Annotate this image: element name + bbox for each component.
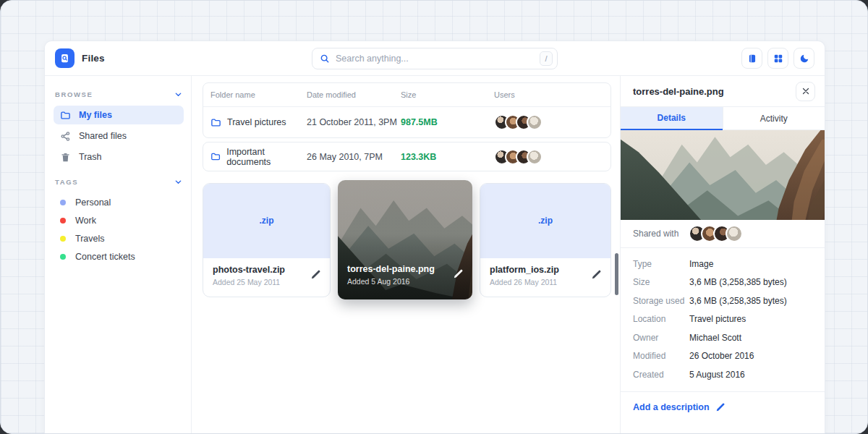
table-row-important-documents[interactable]: Important documents 26 May 2010, 7PM 123…: [203, 142, 610, 171]
tag-item-work[interactable]: Work: [54, 211, 184, 229]
grid-view-button[interactable]: [767, 48, 788, 69]
file-card-platform-ios-zip[interactable]: .zip platform_ios.zip Added 26 May 2011: [480, 183, 611, 297]
edit-file-button[interactable]: [453, 268, 464, 279]
app-logo-icon: [55, 48, 75, 68]
edit-file-button[interactable]: [310, 269, 321, 280]
folder-name: Important documents: [226, 147, 307, 167]
property-type: Type Image: [633, 255, 812, 273]
sidebar: Browse My files Shared files: [45, 76, 192, 434]
panel-file-title: torres-del-paine.png: [633, 86, 724, 97]
file-name: platform_ios.zip: [490, 265, 559, 275]
sidebar-item-my-files[interactable]: My files: [54, 106, 184, 124]
pencil-icon: [453, 268, 464, 279]
property-created: Created 5 August 2016: [633, 365, 812, 384]
file-added-date: Added 5 Aug 2016: [347, 277, 435, 286]
search-shortcut-badge: /: [540, 51, 553, 66]
file-cards-row: .zip photos-travel.zip Added 25 May 2011: [203, 180, 611, 299]
tag-label: Travels: [75, 234, 105, 244]
file-added-date: Added 26 May 2011: [490, 278, 559, 286]
dark-mode-button[interactable]: [793, 48, 814, 69]
browse-label: Browse: [55, 90, 93, 98]
tag-color-dot: [60, 200, 66, 205]
tag-label: Concert tickets: [75, 252, 135, 262]
sidebar-item-label: Trash: [79, 152, 102, 162]
folders-table: Folder name Date modified Size Users Tra…: [203, 82, 611, 138]
folder-name: Travel pictures: [227, 117, 286, 127]
folder-size: 987.5MB: [401, 117, 494, 127]
property-storage-used: Storage used 3,6 MB (3,258,385 bytes): [633, 292, 812, 310]
tag-color-dot: [60, 236, 66, 242]
tag-item-personal[interactable]: Personal: [54, 193, 184, 211]
files-app-window: Files /: [44, 41, 825, 434]
tag-label: Work: [75, 216, 96, 226]
table-row-travel-pictures[interactable]: Travel pictures 21 October 2011, 3PM 987…: [203, 107, 610, 137]
tags-section: Tags Personal Work Travels: [54, 178, 184, 265]
pencil-icon: [310, 269, 321, 280]
search-bar[interactable]: /: [312, 48, 558, 69]
tag-color-dot: [60, 218, 66, 224]
column-header-date-modified: Date modified: [307, 90, 401, 99]
folder-icon: [60, 110, 71, 121]
folder-size: 123.3KB: [401, 152, 494, 162]
sidebar-item-shared-files[interactable]: Shared files: [54, 127, 184, 145]
shared-with-label: Shared with: [633, 229, 678, 239]
table-header-row: Folder name Date modified Size Users: [203, 83, 610, 107]
pencil-icon: [591, 269, 602, 280]
search-input[interactable]: [336, 54, 534, 64]
dark-mode-moon-icon: [799, 54, 809, 64]
sidebar-item-trash[interactable]: Trash: [54, 148, 184, 166]
tag-item-travels[interactable]: Travels: [54, 229, 184, 247]
add-description-link[interactable]: Add a description: [621, 392, 825, 422]
file-properties-list: Type Image Size 3,6 MB (3,258,385 bytes)…: [621, 248, 825, 392]
panel-tabs: Details Activity: [621, 106, 825, 130]
share-icon: [60, 131, 71, 142]
zip-preview-area: .zip: [480, 184, 610, 258]
property-owner: Owner Michael Scott: [633, 328, 812, 347]
edit-file-button[interactable]: [591, 269, 602, 280]
tab-details[interactable]: Details: [621, 107, 723, 130]
shared-with-row: Shared with: [621, 220, 825, 248]
folder-icon: [210, 151, 221, 162]
property-location: Location Travel pictures: [633, 310, 812, 329]
main-content: Folder name Date modified Size Users Tra…: [192, 76, 620, 434]
column-header-size: Size: [401, 90, 494, 99]
notebook-button[interactable]: [741, 48, 762, 69]
date-modified: 21 October 2011, 3PM: [307, 117, 401, 127]
close-panel-button[interactable]: [796, 82, 815, 101]
users-avatar-group: [494, 114, 605, 130]
app-title: Files: [82, 53, 105, 64]
app-brand: Files: [55, 48, 105, 68]
app-header: Files /: [45, 41, 825, 76]
zip-badge: .zip: [538, 216, 553, 226]
browse-section-heading[interactable]: Browse: [54, 90, 184, 98]
tags-section-heading[interactable]: Tags: [54, 178, 184, 186]
close-icon: [801, 87, 810, 95]
desktop-viewport: Files /: [0, 0, 868, 434]
tab-activity[interactable]: Activity: [723, 107, 825, 130]
sidebar-item-label: Shared files: [79, 131, 127, 141]
scrollbar-thumb[interactable]: [615, 253, 618, 295]
search-icon: [320, 54, 330, 64]
sidebar-item-label: My files: [79, 110, 112, 120]
zip-badge: .zip: [260, 216, 274, 226]
file-preview-image: [621, 130, 825, 220]
property-modified: Modified 26 October 2016: [633, 347, 812, 366]
tags-label: Tags: [55, 178, 78, 186]
chevron-down-icon[interactable]: [174, 178, 182, 186]
date-modified: 26 May 2010, 7PM: [307, 152, 401, 162]
file-card-torres-del-paine-png[interactable]: torres-del-paine.png Added 5 Aug 2016: [338, 180, 472, 299]
app-body: Browse My files Shared files: [45, 76, 825, 434]
file-card-photos-travel-zip[interactable]: .zip photos-travel.zip Added 25 May 2011: [203, 183, 331, 297]
column-header-folder-name: Folder name: [210, 90, 307, 99]
user-avatar: [527, 149, 542, 165]
tag-color-dot: [60, 254, 66, 260]
zip-preview-area: .zip: [203, 184, 330, 258]
file-name: photos-travel.zip: [213, 265, 285, 275]
users-avatar-group: [494, 149, 605, 165]
property-size: Size 3,6 MB (3,258,385 bytes): [633, 273, 812, 292]
notebook-icon: [747, 54, 757, 64]
user-avatar: [527, 114, 542, 130]
tag-item-concert-tickets[interactable]: Concert tickets: [54, 247, 184, 265]
pencil-icon: [715, 402, 726, 412]
chevron-down-icon[interactable]: [174, 90, 182, 98]
